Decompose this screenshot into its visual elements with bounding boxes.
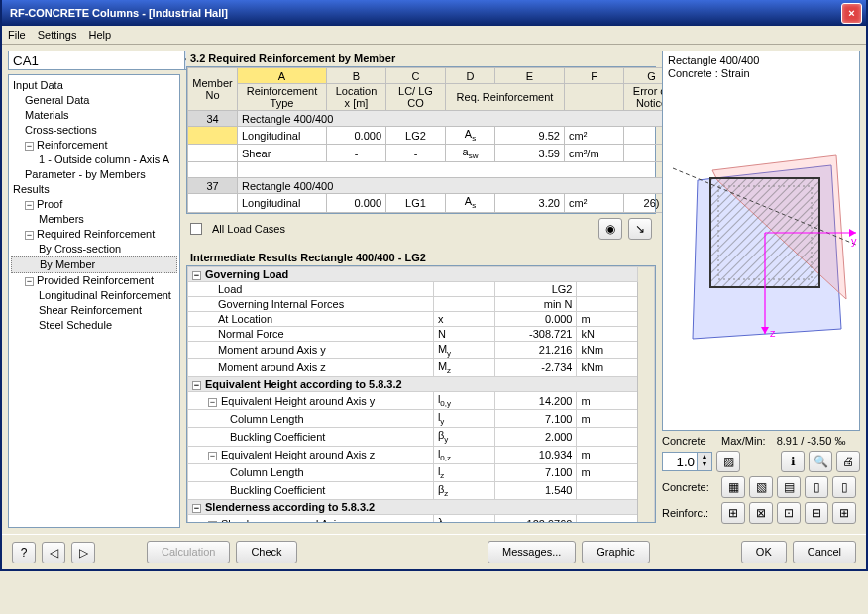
info-icon[interactable]: ℹ (781, 451, 805, 472)
menu-file[interactable]: File (8, 29, 26, 41)
tree-param[interactable]: Parameter - by Members (11, 167, 177, 182)
reinf-opt-2[interactable]: ⊠ (749, 502, 773, 524)
messages-button[interactable]: Messages... (488, 541, 576, 563)
concrete-label: Concrete (662, 435, 717, 447)
pick-icon[interactable]: ↘ (628, 218, 652, 240)
tree-provreinf[interactable]: −Provided Reinforcement (11, 273, 177, 288)
concrete-row-label: Concrete: (662, 481, 717, 493)
concrete-opt-3[interactable]: ▤ (777, 476, 801, 498)
minus-icon[interactable]: − (25, 201, 34, 210)
tree-proof[interactable]: −Proof (11, 197, 177, 212)
maxmin-value: 8.91 / -3.50 ‰ (777, 435, 846, 447)
ok-button[interactable]: OK (741, 541, 787, 563)
reinf-opt-3[interactable]: ⊡ (777, 502, 801, 524)
case-select[interactable]: ▾ (8, 51, 180, 70)
detail-title: Intermediate Results Rectangle 400/400 -… (186, 250, 656, 265)
window-title: RF-CONCRETE Columns - [Industrial Hall] (10, 7, 841, 19)
case-input[interactable] (8, 51, 185, 70)
tree-members[interactable]: Members (11, 212, 177, 227)
reinf-opt-4[interactable]: ⊟ (805, 502, 828, 524)
scrollbar[interactable] (638, 266, 655, 523)
tree-input-data[interactable]: Input Data (11, 78, 177, 93)
tree-bycross[interactable]: By Cross-section (11, 242, 177, 256)
tree-bymember[interactable]: By Member (11, 256, 177, 273)
minus-icon[interactable]: − (25, 231, 34, 240)
tree-longreinf[interactable]: Longitudinal Reinforcement (11, 288, 177, 303)
tree-reinf[interactable]: −Reinforcement (11, 138, 177, 153)
tree-reinf-1[interactable]: 1 - Outside column - Axis A (11, 153, 177, 167)
tree-reqreinf[interactable]: −Required Reinforcement (11, 227, 177, 242)
table-row: Longitudinal0.000LG1As3.20cm²26) (188, 194, 680, 212)
next-icon[interactable]: ▷ (71, 542, 95, 563)
reinf-opt-5[interactable]: ⊞ (832, 502, 856, 524)
graphic-button[interactable]: Graphic (582, 541, 650, 563)
all-load-checkbox[interactable] (190, 223, 202, 235)
scale-stepper[interactable]: ▲▼ (662, 452, 712, 471)
tree-results[interactable]: Results (11, 182, 177, 197)
cross-section-graphic: y z (663, 51, 860, 428)
section-title: 3.2 Required Reinforcement by Member (186, 51, 656, 66)
calculation-button: Calculation (147, 541, 230, 563)
tree-shearreinf[interactable]: Shear Reinforcement (11, 303, 177, 318)
zoom-icon[interactable]: 🔍 (809, 451, 832, 472)
all-load-label: All Load Cases (212, 223, 285, 235)
titlebar: RF-CONCRETE Columns - [Industrial Hall] … (2, 0, 866, 26)
eye-icon[interactable]: ◉ (598, 218, 622, 240)
concrete-opt-1[interactable]: ▦ (721, 476, 745, 498)
concrete-opt-5[interactable]: ▯ (832, 476, 856, 498)
help-icon[interactable]: ? (12, 542, 36, 563)
check-button[interactable]: Check (236, 541, 296, 563)
tree-materials[interactable]: Materials (11, 108, 177, 123)
table-group-34: 34Rectangle 400/400 (188, 111, 680, 127)
menu-settings[interactable]: Settings (38, 29, 77, 41)
button-bar: ? ◁ ▷ Calculation Check Messages... Grap… (2, 534, 866, 569)
close-icon[interactable]: × (841, 3, 862, 24)
reinf-opt-1[interactable]: ⊞ (721, 502, 745, 524)
results-table-panel: MemberNo ABCDEFG ReinforcementType Locat… (186, 66, 656, 214)
minus-icon[interactable]: − (25, 142, 34, 151)
reinf-row-label: Reinforc.: (662, 507, 717, 519)
detail-table: −Governing Load LoadLG2 Governing Intern… (186, 265, 656, 523)
print-icon[interactable]: 🖨 (836, 451, 860, 472)
minus-icon[interactable]: − (25, 277, 34, 286)
table-row: Shear--asw3.59cm²/m (188, 145, 680, 162)
menu-help[interactable]: Help (88, 29, 111, 41)
menubar: File Settings Help (2, 26, 866, 45)
viewer-controls: Concrete Max/Min: 8.91 / -3.50 ‰ ▲▼ ▨ ℹ … (662, 435, 860, 528)
section-viewer[interactable]: Rectangle 400/400Concrete : Strain y z (662, 51, 860, 431)
table-row (188, 162, 680, 178)
tree-cross[interactable]: Cross-sections (11, 123, 177, 138)
table-row: Longitudinal0.000LG2As9.52cm² (188, 127, 680, 145)
prev-icon[interactable]: ◁ (42, 542, 65, 563)
cancel-button[interactable]: Cancel (793, 541, 856, 563)
nav-tree: Input Data General Data Materials Cross-… (8, 74, 180, 528)
svg-text:z: z (770, 327, 776, 339)
scale-input[interactable] (662, 452, 698, 471)
viewer-caption: Rectangle 400/400Concrete : Strain (668, 54, 759, 80)
tree-steel[interactable]: Steel Schedule (11, 318, 177, 333)
stepper-buttons[interactable]: ▲▼ (698, 452, 712, 471)
tree-general[interactable]: General Data (11, 93, 177, 108)
svg-text:y: y (851, 235, 857, 247)
table-group-37: 37Rectangle 400/400 (188, 178, 680, 194)
concrete-opt-2[interactable]: ▧ (749, 476, 773, 498)
concrete-opt-4[interactable]: ▯ (805, 476, 828, 498)
results-table: MemberNo ABCDEFG ReinforcementType Locat… (187, 67, 680, 213)
hatch-icon[interactable]: ▨ (716, 451, 740, 472)
